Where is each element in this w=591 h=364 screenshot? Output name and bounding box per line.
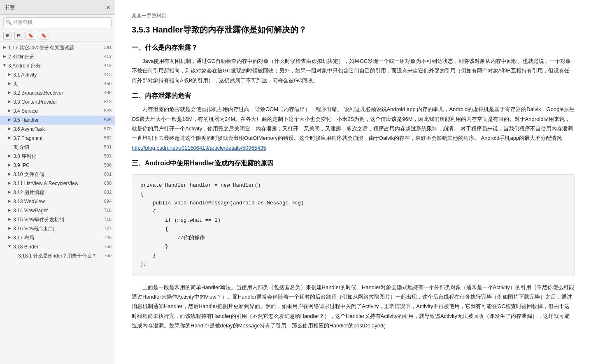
tree-toggle-item-3-15[interactable]: ▶ xyxy=(7,216,12,222)
sidebar-label-item-2: 2.Kotlin部分 xyxy=(8,53,102,60)
sidebar-item-item-3-9[interactable]: ▶3.9 IPC596 xyxy=(0,161,115,170)
sidebar-label-item-3-blank: 页 xyxy=(13,80,102,88)
tree-toggle-item-3-12[interactable]: ▶ xyxy=(7,189,12,195)
tree-toggle-item-3-14[interactable]: ▶ xyxy=(7,207,12,213)
sidebar-item-item-3-12[interactable]: ▶3.12 图片编程682 xyxy=(0,188,115,197)
tree-toggle-item-3-5[interactable]: ▶ xyxy=(7,116,12,123)
sidebar-page-item-3-14: 716 xyxy=(102,207,112,214)
bookmark-button-2[interactable]: 🔖 xyxy=(39,32,49,39)
sidebar-label-item-3: 3.Android 部分 xyxy=(8,62,102,70)
sidebar-item-item-3-3[interactable]: ▶3.3 ContentProvider513 xyxy=(0,97,115,107)
tree-toggle-item-3-2[interactable]: ▶ xyxy=(7,89,12,95)
sidebar-label-item-3-13: 3.13 WebView xyxy=(13,198,102,205)
sidebar-item-item-2[interactable]: ▶2.Kotlin部分412 xyxy=(0,52,115,61)
sidebar-item-item-1-17[interactable]: ▶1.17 其它Java部分有关面试题391 xyxy=(0,43,115,52)
sidebar-item-item-3-18-1[interactable]: 3.18.1 什么是Binder？用来干什么？750 xyxy=(0,251,115,260)
tree-toggle-item-3-6[interactable]: ▶ xyxy=(7,125,12,132)
sidebar-page-item-3-8: 593 xyxy=(102,153,112,160)
sidebar-item-item-3-4[interactable]: ▶3.4 Service523 xyxy=(0,107,115,116)
tree-toggle-item-3-3[interactable]: ▶ xyxy=(7,98,12,104)
sidebar-item-item-3-7[interactable]: ▶3.7 Fragment582 xyxy=(0,134,115,143)
sidebar-item-item-3-17[interactable]: ▶3.17 布局745 xyxy=(0,233,115,242)
code-block: private Handler handler = new Handler() … xyxy=(132,174,575,276)
tree-toggle-item-3-1[interactable]: ▶ xyxy=(7,71,12,77)
sidebar-label-item-intro: 页 介绍 xyxy=(13,144,102,151)
tree-toggle-item-3-9[interactable]: ▶ xyxy=(7,162,12,168)
sidebar-page-item-3-10: 601 xyxy=(102,171,112,178)
sidebar-label-item-3-6: 3.6 AsyncTask xyxy=(13,125,102,133)
sidebar-item-item-3[interactable]: ▼3.Android 部分412 xyxy=(0,61,115,70)
sidebar-item-item-3-11[interactable]: ▶3.11 ListView & RecyclerView630 xyxy=(0,179,115,188)
tree-toggle-item-3-8[interactable]: ▶ xyxy=(7,153,12,159)
sidebar-item-item-3-1[interactable]: ▶3.1 Activity413 xyxy=(0,70,115,79)
sidebar-item-item-intro[interactable]: 页 介绍591 xyxy=(0,143,115,152)
sidebar-page-item-3-3: 513 xyxy=(102,98,112,105)
bookmark-button-1[interactable]: 🔖 xyxy=(26,32,36,39)
sidebar-page-item-1-17: 391 xyxy=(102,44,112,51)
sidebar-label-item-3-11: 3.11 ListView & RecyclerView xyxy=(13,180,102,187)
sidebar-item-item-3-16[interactable]: ▶3.16 View绘制机制727 xyxy=(0,224,115,233)
sidebar-label-item-3-8: 3.8 序列化 xyxy=(13,153,102,160)
sidebar-item-item-3-15[interactable]: ▶3.15 View事件分发机制716 xyxy=(0,215,115,224)
tree-toggle-item-3-10[interactable]: ▶ xyxy=(7,171,12,177)
sidebar-label-item-3-5: 3.5 Handler xyxy=(13,116,102,124)
sidebar-label-item-3-9: 3.9 IPC xyxy=(13,162,102,169)
top-link: 某某一手资料目 xyxy=(132,12,575,19)
tree-toggle-item-3[interactable]: ▼ xyxy=(2,62,7,68)
sidebar-item-item-3-13[interactable]: ▶3.13 WebView694 xyxy=(0,197,115,206)
sidebar-page-item-3-17: 745 xyxy=(102,234,112,241)
tree-toggle-item-3-16[interactable]: ▶ xyxy=(7,225,12,231)
section2-link[interactable]: http://blog.csdn.net/u011506413/article/… xyxy=(132,145,266,151)
sidebar-toolbar: ⊞ ⊟ 🔖 🔖 xyxy=(0,30,115,42)
sidebar-label-item-3-2: 3.2 BroadcastReceiver xyxy=(13,89,102,97)
section1-heading: 一、什么是内存泄露？ xyxy=(132,44,575,52)
close-button[interactable]: ✕ xyxy=(106,4,111,11)
sidebar-page-item-3-9: 596 xyxy=(102,162,112,169)
tree-toggle-item-3-17[interactable]: ▶ xyxy=(7,234,12,240)
section2-heading: 二、内存泄露的危害 xyxy=(132,92,575,100)
sidebar-page-item-3-18-1: 750 xyxy=(102,252,112,259)
sidebar-label-item-3-14: 3.14 ViewPager xyxy=(13,207,102,214)
sidebar-label-item-3-7: 3.7 Fragment xyxy=(13,134,102,142)
sidebar-item-item-3-5[interactable]: ▶3.5 Handler545 xyxy=(0,116,115,125)
tree-toggle-item-1-17[interactable]: ▶ xyxy=(2,44,7,50)
sidebar-label-item-3-4: 3.4 Service xyxy=(13,107,102,115)
sidebar-label-item-3-1: 3.1 Activity xyxy=(13,71,102,79)
section3-heading: 三、Android中使用Handler造成内存泄露的原因 xyxy=(132,159,575,168)
sidebar-item-item-3-6[interactable]: ▶3.6 AsyncTask579 xyxy=(0,125,115,134)
tree-toggle-item-3-4[interactable]: ▶ xyxy=(7,107,12,114)
sidebar-label-item-3-18-1: 3.18.1 什么是Binder？用来干什么？ xyxy=(18,252,102,260)
search-input[interactable] xyxy=(3,17,112,27)
sidebar-label-item-3-3: 3.3 ContentProvider xyxy=(13,98,102,106)
main-content: 某某一手资料目 3.5.3 Handler导致的内存泄露你是如何解决的？ 一、什… xyxy=(115,0,591,364)
tree-toggle-item-3-blank[interactable]: ▶ xyxy=(7,80,12,86)
tree-toggle-item-3-7[interactable]: ▶ xyxy=(7,134,12,141)
tree-toggle-item-3-18[interactable]: ▼ xyxy=(7,243,12,249)
sidebar-item-item-3-8[interactable]: ▶3.8 序列化593 xyxy=(0,152,115,161)
sidebar-page-item-3-blank: 450 xyxy=(102,80,112,87)
sidebar-label-item-3-17: 3.17 布局 xyxy=(13,234,102,241)
section2-body: 内存泄露的危害就是会使虚拟机占用内存过高，导致OOM（内存溢出），程序出错。 说… xyxy=(132,104,575,153)
sidebar-page-item-3-7: 582 xyxy=(102,134,112,141)
sidebar-title: 书签 xyxy=(4,4,15,11)
sidebar-item-item-3-14[interactable]: ▶3.14 ViewPager716 xyxy=(0,206,115,215)
sidebar-item-item-3-blank[interactable]: ▶页450 xyxy=(0,79,115,88)
sidebar-header: 书签 ✕ xyxy=(0,0,115,15)
section3-body: 上面是一段是常用的简单Handler写法。当使用内部类（包括匿名类）来创建Han… xyxy=(132,283,575,331)
sidebar-page-item-3-18: 750 xyxy=(102,243,112,250)
collapse-all-button[interactable]: ⊞ xyxy=(3,32,12,39)
sidebar-item-item-3-2[interactable]: ▶3.2 BroadcastReceiver499 xyxy=(0,88,115,97)
page-title: 3.5.3 Handler导致的内存泄露你是如何解决的？ xyxy=(132,24,575,35)
tree-toggle-item-3-13[interactable]: ▶ xyxy=(7,198,12,204)
expand-all-button[interactable]: ⊟ xyxy=(14,32,23,39)
sidebar-label-item-3-16: 3.16 View绘制机制 xyxy=(13,225,102,232)
tree-toggle-item-3-11[interactable]: ▶ xyxy=(7,180,12,186)
sidebar-page-item-3-1: 413 xyxy=(102,71,112,78)
sidebar-label-item-3-10: 3.10 文件存储 xyxy=(13,171,102,178)
sidebar-page-item-2: 412 xyxy=(102,53,112,60)
sidebar-page-item-3-2: 499 xyxy=(102,89,112,96)
tree-toggle-item-2[interactable]: ▶ xyxy=(2,53,7,59)
sidebar-item-item-3-10[interactable]: ▶3.10 文件存储601 xyxy=(0,170,115,179)
sidebar-item-item-3-18[interactable]: ▼3.18 Binder750 xyxy=(0,242,115,251)
sidebar-label-item-3-18: 3.18 Binder xyxy=(13,243,102,250)
